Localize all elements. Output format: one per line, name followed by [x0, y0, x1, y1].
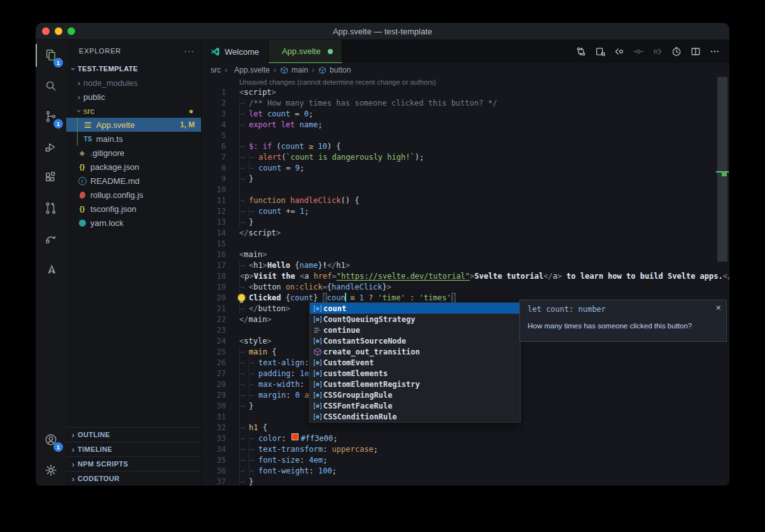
- activity-badge: 1: [53, 442, 63, 452]
- tree-item--gitignore[interactable]: ◆.gitignore: [66, 146, 201, 160]
- code-line-36[interactable]: 36→→font-weight: 100;: [202, 466, 729, 477]
- git-status-badge: 1, M: [180, 120, 195, 129]
- tree-item-public[interactable]: ›public: [66, 90, 201, 104]
- symbol-variable-icon: [312, 402, 323, 410]
- explorer-more-actions-icon[interactable]: ···: [184, 46, 195, 56]
- more-actions-icon[interactable]: [706, 43, 723, 60]
- code-line-6[interactable]: 6→$: if (count ≥ 10) {: [202, 141, 729, 152]
- suggest-widget: countCountQueuingStrategycontinueConstan…: [309, 302, 521, 423]
- lightbulb-icon[interactable]: [238, 294, 245, 301]
- compare-changes-icon[interactable]: [573, 43, 589, 60]
- line-number: 7: [202, 152, 226, 163]
- activity-accounts-icon[interactable]: 1: [36, 424, 66, 455]
- scrollbar-slider[interactable]: [717, 77, 727, 262]
- gutter-pad: [226, 304, 239, 314]
- breadcrumb-item-button[interactable]: button: [318, 66, 351, 74]
- activity-live-share-icon[interactable]: [36, 223, 66, 254]
- code-line-15[interactable]: 15: [202, 239, 729, 249]
- tree-item-node-modules[interactable]: ›node_modules: [66, 76, 201, 90]
- suggest-item-customelements[interactable]: customElements: [310, 368, 520, 379]
- code-line-11[interactable]: 11→function handleClick() {: [202, 195, 729, 206]
- activity-settings-icon[interactable]: [36, 455, 66, 486]
- suggest-item-customevent[interactable]: CustomEvent: [310, 357, 520, 368]
- previous-change-icon[interactable]: [611, 43, 628, 60]
- code-line-14[interactable]: 14</script>: [202, 228, 729, 239]
- tree-item-tsconfig-json[interactable]: {}tsconfig.json: [66, 202, 201, 216]
- suggest-item-create_out_transition[interactable]: create_out_transition: [310, 346, 520, 357]
- code-line-33[interactable]: 33→→color: #ff3e00;: [202, 433, 729, 444]
- breadcrumb-item-src[interactable]: src: [211, 66, 221, 74]
- code-line-4[interactable]: 4→export let name;: [202, 120, 729, 130]
- section-codetour[interactable]: ›CODETOUR: [66, 471, 201, 486]
- gutter-pad: [226, 358, 239, 368]
- code-line-19[interactable]: 19→<button on:click={handleClick}>: [202, 282, 729, 293]
- activity-source-control-icon[interactable]: 1: [36, 101, 66, 132]
- activity-run-debug-icon[interactable]: [36, 132, 66, 162]
- code-line-37[interactable]: 37→}: [202, 477, 729, 486]
- suggest-item-continue[interactable]: continue: [310, 325, 520, 335]
- code-line-12[interactable]: 12→→count += 1;: [202, 206, 729, 217]
- section-outline[interactable]: ›OUTLINE: [66, 427, 201, 442]
- breadcrumb-item-main[interactable]: main: [280, 66, 308, 74]
- editor-scrollbar[interactable]: [716, 77, 729, 486]
- tree-item-src[interactable]: ›src●: [66, 104, 201, 118]
- suggest-item-constantsourcenode[interactable]: ConstantSourceNode: [310, 335, 520, 346]
- next-change-icon[interactable]: [649, 43, 666, 60]
- line-number: 22: [202, 314, 226, 325]
- section-npm-scripts[interactable]: ›NPM SCRIPTS: [66, 456, 201, 471]
- code-line-32[interactable]: 32→h1 {: [202, 423, 729, 433]
- traffic-lights: [42, 27, 75, 35]
- gitignore-file-icon: ◆: [77, 149, 87, 157]
- current-change-icon[interactable]: [630, 43, 647, 60]
- code-line-8[interactable]: 8→→count = 9;: [202, 163, 729, 174]
- tree-root-test-template[interactable]: › TEST-TEMPLATE: [66, 62, 201, 76]
- tree-item-rollup-config-js[interactable]: rollup.config.js: [66, 188, 201, 202]
- suggest-item-customelementregistry[interactable]: CustomElementRegistry: [310, 379, 520, 389]
- tree-item-main-ts[interactable]: TSmain.ts: [66, 132, 201, 146]
- breadcrumb-item-app-svelte[interactable]: App.svelte: [231, 66, 270, 74]
- suggest-item-cssgroupingrule[interactable]: CSSGroupingRule: [310, 389, 520, 400]
- tab-whitespace: →: [239, 379, 249, 390]
- code-line-7[interactable]: 7→→alert(`count is dangerously high!`);: [202, 152, 729, 163]
- tab-whitespace: →: [249, 466, 258, 477]
- tree-item-readme-md[interactable]: iREADME.md: [66, 174, 201, 188]
- suggest-item-cssconditionrule[interactable]: CSSConditionRule: [310, 411, 520, 422]
- code-line-3[interactable]: 3→let count = 0;: [202, 109, 729, 120]
- code-line-35[interactable]: 35→→font-size: 4em;: [202, 455, 729, 466]
- code-line-2[interactable]: 2→/** How many times has someone clicked…: [202, 98, 729, 109]
- tab-welcome[interactable]: Welcome: [202, 40, 269, 63]
- code-line-13[interactable]: 13→}: [202, 217, 729, 228]
- tab-whitespace: →: [239, 368, 249, 379]
- section-timeline[interactable]: ›TIMELINE: [66, 442, 201, 456]
- file-history-icon[interactable]: [668, 43, 685, 60]
- screen: App.svelte — test-template 11 1 EXPLORER…: [0, 0, 765, 532]
- line-number: 30: [202, 401, 226, 412]
- activity-search-icon[interactable]: [36, 71, 66, 101]
- code-line-18[interactable]: 18→<p>Visit the <a href="https://svelte.…: [202, 271, 729, 282]
- split-editor-icon[interactable]: [687, 43, 704, 60]
- open-changes-icon[interactable]: [592, 43, 608, 60]
- suggest-item-count[interactable]: count: [310, 303, 520, 314]
- code-line-10[interactable]: 10: [202, 185, 729, 195]
- close-window-button[interactable]: [42, 27, 50, 35]
- code-line-34[interactable]: 34→→text-transform: uppercase;: [202, 444, 729, 455]
- minimize-window-button[interactable]: [55, 27, 62, 35]
- code-editor[interactable]: Unsaved changes (cannot determine recent…: [202, 77, 729, 486]
- code-line-1[interactable]: 1<script>: [202, 87, 729, 98]
- code-line-16[interactable]: 16<main>: [202, 249, 729, 260]
- activity-explorer-icon[interactable]: 1: [36, 40, 66, 71]
- tree-item-package-json[interactable]: {}package.json: [66, 160, 201, 174]
- tab-app-svelte[interactable]: App.svelte: [269, 40, 342, 63]
- activity-azure-icon[interactable]: [36, 254, 66, 284]
- tree-item-label: package.json: [90, 162, 139, 172]
- code-line-17[interactable]: 17→<h1>Hello {name}!</h1>: [202, 260, 729, 271]
- tree-item-app-svelte[interactable]: App.svelte1, M: [66, 118, 201, 132]
- zoom-window-button[interactable]: [67, 27, 75, 35]
- suggest-item-countqueuingstrategy[interactable]: CountQueuingStrategy: [310, 314, 520, 325]
- tree-item-yarn-lock[interactable]: yarn.lock: [66, 216, 201, 230]
- code-line-9[interactable]: 9→}: [202, 174, 729, 185]
- activity-pull-requests-icon[interactable]: [36, 193, 66, 223]
- suggest-item-cssfontfacerule[interactable]: CSSFontFaceRule: [310, 400, 520, 411]
- activity-extensions-icon[interactable]: [36, 162, 66, 193]
- code-line-5[interactable]: 5: [202, 130, 729, 141]
